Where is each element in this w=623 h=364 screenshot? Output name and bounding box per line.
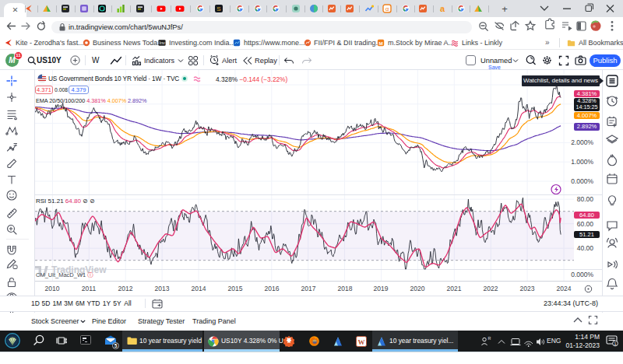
- svg-text:R: R: [488, 336, 491, 341]
- svg-text:a: a: [440, 4, 445, 13]
- svg-text:α: α: [385, 5, 389, 12]
- svg-text:W: W: [358, 338, 365, 345]
- svg-text:M: M: [378, 40, 382, 46]
- svg-text:Inv: Inv: [159, 40, 165, 45]
- svg-text:S: S: [216, 5, 220, 12]
